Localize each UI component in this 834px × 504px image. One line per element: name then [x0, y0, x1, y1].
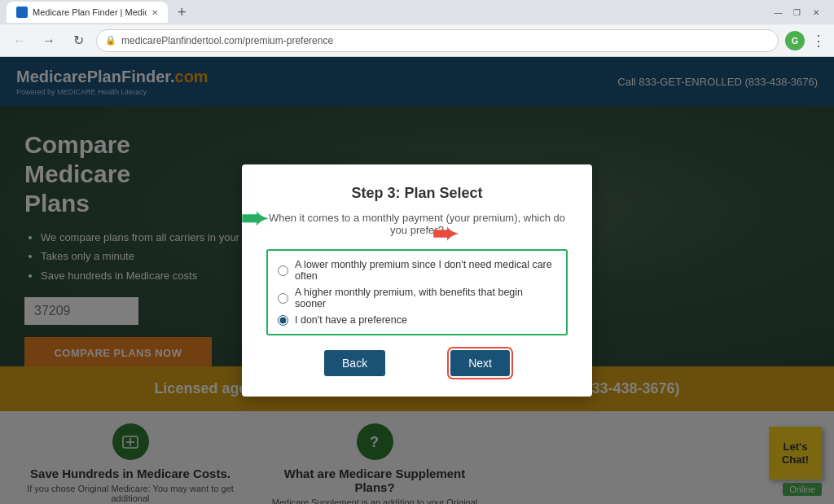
lock-icon: 🔒: [105, 35, 116, 46]
page-content: MedicarePlanFinder.com Powered by MEDICA…: [0, 57, 834, 504]
red-arrow-next-icon: ➨: [432, 219, 458, 248]
next-button[interactable]: Next: [450, 350, 510, 376]
tab-title: Medicare Plan Finder | Medicar...: [33, 7, 147, 17]
option-2-label: A higher monthly premium, with benefits …: [295, 287, 556, 309]
profile-icon[interactable]: G: [785, 31, 805, 50]
back-button[interactable]: Back: [324, 350, 385, 376]
green-arrow-options-icon: ➨: [240, 204, 268, 234]
maximize-button[interactable]: ❐: [792, 7, 802, 18]
option-1-radio[interactable]: [278, 265, 288, 276]
new-tab-button[interactable]: +: [173, 4, 191, 21]
modal-buttons: Back Next: [266, 350, 568, 376]
window-controls: — ❐ ✕: [773, 7, 827, 18]
modal-title: Step 3: Plan Select: [266, 185, 568, 202]
option-3-label: I don't have a preference: [295, 314, 407, 326]
close-button[interactable]: ✕: [810, 7, 821, 18]
option-2[interactable]: A higher monthly premium, with benefits …: [278, 287, 556, 309]
minimize-button[interactable]: —: [773, 7, 784, 18]
browser-chrome: Medicare Plan Finder | Medicar... ✕ + — …: [0, 0, 834, 57]
option-2-radio[interactable]: [278, 293, 288, 304]
option-1-label: A lower monthly premium since I don't ne…: [295, 259, 556, 282]
more-options-icon[interactable]: ⋮: [811, 32, 826, 50]
back-nav-button[interactable]: ←: [8, 29, 31, 52]
browser-tab[interactable]: Medicare Plan Finder | Medicar... ✕: [7, 2, 168, 23]
option-3-radio[interactable]: [278, 315, 288, 326]
modal-dialog: Step 3: Plan Select When it comes to a m…: [242, 164, 592, 397]
reload-button[interactable]: ↻: [67, 29, 90, 52]
address-bar[interactable]: 🔒 medicarePlanfindertool.com/premium-pre…: [96, 29, 779, 52]
modal-subtitle: When it comes to a monthly payment (your…: [266, 212, 568, 236]
options-group: A lower monthly premium since I don't ne…: [266, 249, 568, 335]
address-text: medicarePlanfindertool.com/premium-prefe…: [121, 35, 333, 46]
tab-close-icon[interactable]: ✕: [151, 8, 158, 17]
forward-nav-button[interactable]: →: [37, 29, 60, 52]
option-3[interactable]: I don't have a preference: [278, 314, 556, 326]
option-1[interactable]: A lower monthly premium since I don't ne…: [278, 259, 556, 282]
tab-favicon: [16, 7, 28, 18]
modal-overlay: ➨ ➨ Step 3: Plan Select When it comes to…: [0, 57, 834, 504]
browser-nav: ← → ↻ 🔒 medicarePlanfindertool.com/premi…: [0, 24, 834, 57]
title-bar: Medicare Plan Finder | Medicar... ✕ + — …: [0, 0, 834, 24]
